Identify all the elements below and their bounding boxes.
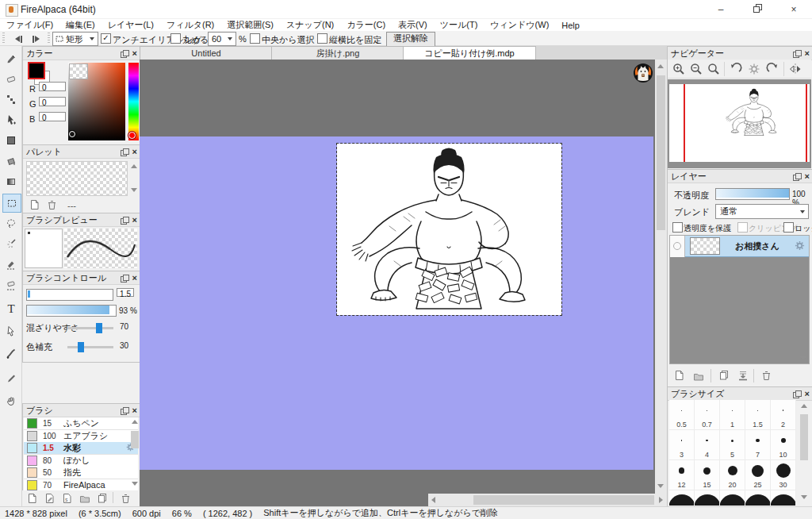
r-input[interactable]: 0 [39,82,66,91]
dot-pen-tool[interactable] [2,90,20,108]
menu-layer[interactable]: レイヤー(L) [102,18,160,32]
refill-slider[interactable] [67,346,113,348]
brush-duplicate-button[interactable] [97,493,108,506]
redo-button[interactable] [27,32,44,46]
vscroll-thumb[interactable] [657,75,665,230]
tab-copypaste-example[interactable]: コピー貼り付け例.mdp [403,46,536,60]
brush-size-cell[interactable]: 25 [745,460,771,490]
layer-scroll-down-icon[interactable] [800,356,806,360]
brush-size-cell[interactable]: 1.5 [745,400,771,430]
hscroll-left-icon[interactable] [431,497,435,503]
brush-size-cell[interactable] [669,490,695,506]
menu-color[interactable]: カラー(C) [340,18,392,32]
layer-delete-button[interactable] [761,370,772,383]
protect-alpha-checkbox[interactable] [672,222,683,233]
brush-size-cell[interactable]: 2 [771,400,796,430]
brush-size-cell[interactable]: 15 [695,460,720,490]
brush-item-selected[interactable]: 1.5水彩 [24,442,138,455]
float-panel-icon[interactable] [121,217,128,224]
brush-item[interactable]: 15ふちペン [24,417,138,430]
float-panel-icon[interactable] [121,50,128,57]
flip-horizontal-icon[interactable] [789,63,802,77]
fix-ratio-checkbox[interactable] [317,33,327,44]
brush-scrollbar-thumb[interactable] [131,431,139,448]
restore-button[interactable] [739,0,776,19]
zoom-reset-icon[interactable] [707,63,720,77]
brush-size-cell[interactable] [695,490,720,506]
float-panel-icon[interactable] [793,390,800,398]
close-panel-icon[interactable]: × [132,216,137,224]
brush-scroll-up-icon[interactable] [132,420,138,424]
selection-shape-dropdown[interactable]: 矩形 [52,32,98,46]
blend-mode-dropdown[interactable]: 通常 [715,204,809,219]
vscroll-down-icon[interactable] [657,484,664,488]
brush-size-cell[interactable]: 4 [695,430,720,460]
menu-tool[interactable]: ツール(T) [434,18,485,32]
brush-size-value[interactable]: 1.5 [117,288,134,297]
brush-size-cell[interactable]: 12 [669,460,695,490]
rect-select-tool[interactable] [2,194,21,213]
gradient-tool[interactable] [2,173,20,190]
brush-size-cell[interactable] [720,490,745,506]
layer-row-selected[interactable]: お相撲さん [670,236,809,257]
brush-size-cell[interactable]: 7 [745,430,771,460]
lock-checkbox[interactable] [783,222,794,233]
antialias-checkbox[interactable]: ✓ [101,33,111,44]
brush-folder-button[interactable] [79,494,90,505]
brush-size-cell[interactable]: 0.7 [695,400,720,430]
layer-merge-down-button[interactable] [737,371,749,383]
select-pen-tool[interactable] [2,256,20,273]
eyedropper-tool[interactable] [2,370,20,387]
reset-rotation-icon[interactable] [748,63,760,77]
brush-size-cell[interactable]: 5 [720,430,745,460]
layer-settings-gear-icon[interactable] [795,240,805,252]
brush-size-cell[interactable] [771,490,796,506]
minimize-button[interactable]: – [703,0,739,19]
brush-size-scroll-down-icon[interactable] [801,495,807,499]
brush-edit-button[interactable] [44,493,55,506]
hscroll-thumb[interactable] [473,495,654,505]
menu-edit[interactable]: 編集(E) [59,18,102,32]
refill-slider-handle[interactable] [78,342,84,352]
float-panel-icon[interactable] [121,148,128,156]
pen-tool[interactable] [2,49,20,67]
palette-scroll-up-icon[interactable] [131,164,137,168]
foreground-color-swatch[interactable] [28,62,45,79]
b-input[interactable]: 0 [39,112,66,121]
brush-size-cell[interactable]: 1 [720,400,745,430]
close-panel-icon[interactable]: × [132,406,137,414]
eraser-tool[interactable] [2,70,20,87]
close-panel-icon[interactable]: × [805,172,810,180]
close-panel-icon[interactable]: × [132,148,137,156]
hand-tool[interactable] [2,392,20,409]
vscroll-up-icon[interactable] [657,64,664,68]
canvas-workspace[interactable] [140,60,655,506]
canvas-hscrollbar[interactable] [428,494,667,506]
hue-bar[interactable] [128,63,139,140]
lasso-select-tool[interactable] [2,214,20,232]
brush-size-cell[interactable]: 30 [771,460,796,490]
brush-scroll-down-icon[interactable] [132,482,138,486]
layer-new-button[interactable] [674,370,684,383]
float-panel-icon[interactable] [793,50,800,57]
move-tool[interactable] [2,111,20,129]
menu-view[interactable]: 表示(V) [392,18,434,32]
deselect-button[interactable]: 選択解除 [386,32,435,47]
brush-size-slider[interactable] [26,289,113,301]
rotate-ccw-icon[interactable] [730,63,742,77]
pasted-selection[interactable] [337,144,561,315]
select-eraser-tool[interactable] [2,276,20,294]
brush-size-scrollbar-thumb[interactable] [800,414,808,460]
brush-new-button[interactable] [27,493,37,506]
tab-fusakake[interactable]: 房掛け.png [271,46,404,60]
brush-item[interactable]: 100エアブラシ [24,430,138,443]
menu-file[interactable]: ファイル(F) [0,18,59,32]
close-panel-icon[interactable]: × [805,49,810,57]
undo-button[interactable] [10,32,27,46]
menu-window[interactable]: ウィンドウ(W) [484,18,555,32]
menu-select[interactable]: 選択範囲(S) [220,18,280,32]
fill-rect-tool[interactable] [2,132,20,149]
curve-brush-tool[interactable] [2,344,20,362]
layer-folder-button[interactable] [693,371,704,383]
layer-opacity-slider[interactable] [715,188,790,200]
